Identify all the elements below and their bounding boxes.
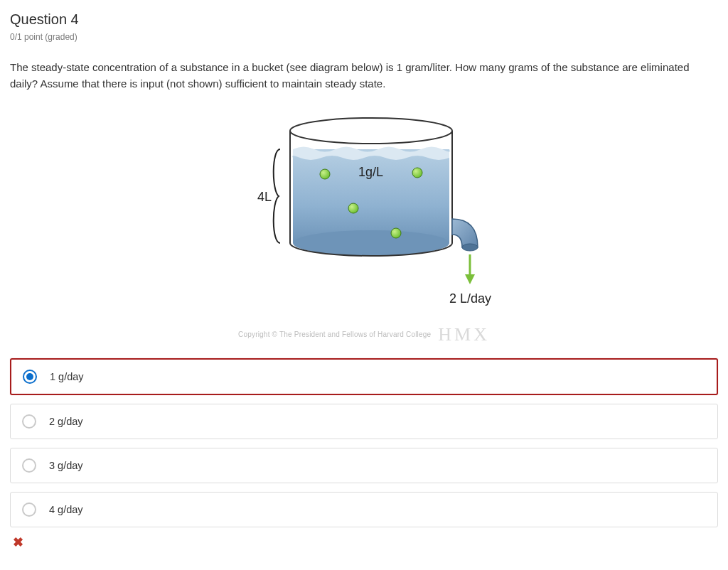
choice-label: 4 g/day	[49, 504, 83, 515]
diagram-volume-label: 4L	[257, 190, 272, 204]
question-prompt: The steady-state concentration of a subs…	[10, 59, 692, 92]
brand-logo: HMX	[438, 324, 490, 345]
question-page: Question 4 0/1 point (graded) The steady…	[0, 0, 728, 550]
svg-rect-0	[293, 149, 449, 243]
incorrect-icon: ✖	[13, 534, 718, 550]
choice-2[interactable]: 2 g/day	[10, 404, 718, 439]
svg-point-2	[290, 118, 452, 144]
radio-icon	[23, 370, 37, 384]
diagram-concentration-label: 1g/L	[358, 165, 383, 179]
svg-point-5	[320, 169, 330, 179]
svg-point-9	[462, 244, 478, 251]
bucket-svg: 4L 1g/L 2 L/day	[208, 105, 520, 318]
svg-point-6	[412, 168, 422, 178]
choice-label: 2 g/day	[49, 416, 83, 427]
question-title: Question 4	[10, 11, 718, 28]
diagram-outflow-label: 2 L/day	[449, 291, 491, 306]
choice-3[interactable]: 3 g/day	[10, 448, 718, 483]
radio-icon	[22, 414, 36, 429]
bucket-diagram: 4L 1g/L 2 L/day	[10, 105, 718, 318]
svg-marker-11	[465, 274, 475, 284]
svg-point-8	[391, 228, 401, 238]
copyright-text: Copyright © The President and Fellows of…	[238, 330, 431, 338]
copyright-row: Copyright © The President and Fellows of…	[10, 324, 718, 345]
choice-4[interactable]: 4 g/day	[10, 492, 718, 527]
choice-label: 3 g/day	[49, 460, 83, 471]
question-points: 0/1 point (graded)	[10, 32, 718, 42]
radio-icon	[22, 458, 36, 473]
svg-point-7	[348, 203, 358, 213]
radio-icon	[22, 502, 36, 517]
choice-1[interactable]: 1 g/day	[10, 358, 718, 395]
choice-label: 1 g/day	[50, 371, 84, 382]
answer-choices: 1 g/day 2 g/day 3 g/day 4 g/day	[10, 358, 718, 527]
